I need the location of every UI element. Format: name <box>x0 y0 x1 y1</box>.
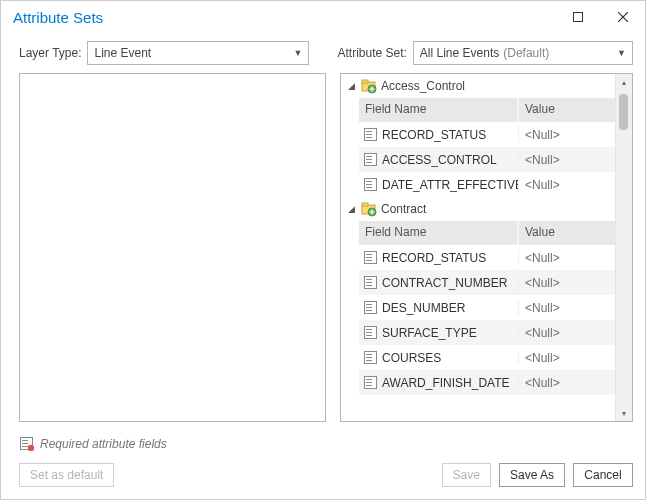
field-value-cell[interactable]: <Null> <box>519 351 615 365</box>
svg-rect-44 <box>366 385 372 386</box>
chevron-down-icon: ▼ <box>617 48 626 58</box>
field-row[interactable]: RECORD_STATUS<Null> <box>359 122 615 147</box>
svg-rect-24 <box>366 260 372 261</box>
svg-rect-34 <box>366 329 372 330</box>
attribute-set-value: All Line Events(Default) <box>420 46 611 60</box>
field-name-cell: COURSES <box>359 350 519 365</box>
svg-rect-46 <box>22 440 28 441</box>
left-panel[interactable] <box>19 73 326 422</box>
chevron-down-icon: ▼ <box>294 48 303 58</box>
svg-rect-16 <box>366 184 372 185</box>
field-value-cell[interactable]: <Null> <box>519 301 615 315</box>
scrollbar[interactable]: ▴ ▾ <box>615 74 632 421</box>
field-icon <box>363 250 378 265</box>
svg-rect-9 <box>366 137 372 138</box>
save-as-button[interactable]: Save As <box>499 463 565 487</box>
field-name-cell: DATE_ATTR_EFFECTIVE <box>359 177 519 192</box>
field-icon <box>363 275 378 290</box>
field-row[interactable]: ACCESS_CONTROL<Null> <box>359 147 615 172</box>
field-value-cell[interactable]: <Null> <box>519 326 615 340</box>
svg-rect-27 <box>366 282 372 283</box>
field-name-cell: AWARD_FINISH_DATE <box>359 375 519 390</box>
cancel-button[interactable]: Cancel <box>573 463 633 487</box>
svg-rect-13 <box>366 162 372 163</box>
svg-rect-36 <box>366 335 372 336</box>
controls-row: Layer Type: Line Event ▼ Attribute Set: … <box>1 33 645 73</box>
column-header-name[interactable]: Field Name <box>359 98 519 122</box>
svg-rect-19 <box>362 203 368 206</box>
svg-rect-23 <box>366 257 372 258</box>
set-as-default-button[interactable]: Set as default <box>19 463 114 487</box>
right-panel: ◢Access_ControlField NameValueRECORD_STA… <box>340 73 633 422</box>
svg-rect-47 <box>22 443 28 444</box>
attribute-set-combo[interactable]: All Line Events(Default) ▼ <box>413 41 633 65</box>
svg-rect-39 <box>366 357 372 358</box>
field-name-cell: SURFACE_TYPE <box>359 325 519 340</box>
scroll-up-icon: ▴ <box>616 74 632 90</box>
svg-rect-26 <box>366 279 372 280</box>
field-row[interactable]: COURSES<Null> <box>359 345 615 370</box>
field-name-text: ACCESS_CONTROL <box>382 153 497 167</box>
field-row[interactable]: AWARD_FINISH_DATE<Null> <box>359 370 615 395</box>
group-label: Access_Control <box>381 79 465 93</box>
save-button[interactable]: Save <box>442 463 491 487</box>
scroll-thumb[interactable] <box>619 94 628 130</box>
window-title: Attribute Sets <box>13 9 103 26</box>
svg-rect-42 <box>366 379 372 380</box>
field-name-cell: DES_NUMBER <box>359 300 519 315</box>
field-value-cell[interactable]: <Null> <box>519 376 615 390</box>
field-name-text: COURSES <box>382 351 441 365</box>
column-header-value[interactable]: Value <box>519 221 615 245</box>
close-icon <box>618 12 628 22</box>
field-name-cell: RECORD_STATUS <box>359 127 519 142</box>
field-row[interactable]: CONTRACT_NUMBER<Null> <box>359 270 615 295</box>
maximize-icon <box>573 12 583 22</box>
layer-type-label: Layer Type: <box>19 46 81 60</box>
field-row[interactable]: DES_NUMBER<Null> <box>359 295 615 320</box>
maximize-button[interactable] <box>555 1 600 33</box>
svg-rect-12 <box>366 159 372 160</box>
field-value-cell[interactable]: <Null> <box>519 153 615 167</box>
expander-icon: ◢ <box>345 204 357 214</box>
svg-rect-38 <box>366 354 372 355</box>
required-field-icon <box>19 436 34 451</box>
column-header-name[interactable]: Field Name <box>359 221 519 245</box>
folder-icon <box>361 201 377 217</box>
field-value-cell[interactable]: <Null> <box>519 178 615 192</box>
column-header-value[interactable]: Value <box>519 98 615 122</box>
field-name-text: DES_NUMBER <box>382 301 465 315</box>
layer-type-value: Line Event <box>94 46 287 60</box>
field-row[interactable]: DATE_ATTR_EFFECTIVE<Null> <box>359 172 615 197</box>
svg-rect-7 <box>366 131 372 132</box>
svg-rect-48 <box>22 446 28 447</box>
group-header[interactable]: ◢Contract <box>341 197 615 221</box>
field-icon <box>363 152 378 167</box>
layer-type-combo[interactable]: Line Event ▼ <box>87 41 309 65</box>
group-header[interactable]: ◢Access_Control <box>341 74 615 98</box>
svg-rect-32 <box>366 310 372 311</box>
field-name-text: DATE_ATTR_EFFECTIVE <box>382 178 519 192</box>
svg-rect-28 <box>366 285 372 286</box>
svg-rect-17 <box>366 187 372 188</box>
expander-icon: ◢ <box>345 81 357 91</box>
field-row[interactable]: SURFACE_TYPE<Null> <box>359 320 615 345</box>
field-icon <box>363 375 378 390</box>
field-name-text: RECORD_STATUS <box>382 128 486 142</box>
field-row[interactable]: RECORD_STATUS<Null> <box>359 245 615 270</box>
svg-rect-8 <box>366 134 372 135</box>
field-header: Field NameValue <box>359 221 615 245</box>
attribute-set-label: Attribute Set: <box>337 46 406 60</box>
footer-hint: Required attribute fields <box>1 430 645 453</box>
field-icon <box>363 177 378 192</box>
svg-rect-35 <box>366 332 372 333</box>
close-button[interactable] <box>600 1 645 33</box>
field-value-cell[interactable]: <Null> <box>519 128 615 142</box>
svg-rect-0 <box>573 13 582 22</box>
svg-rect-31 <box>366 307 372 308</box>
field-icon <box>363 300 378 315</box>
attribute-tree[interactable]: ◢Access_ControlField NameValueRECORD_STA… <box>341 74 615 421</box>
field-value-cell[interactable]: <Null> <box>519 276 615 290</box>
field-value-cell[interactable]: <Null> <box>519 251 615 265</box>
field-icon <box>363 350 378 365</box>
svg-rect-30 <box>366 304 372 305</box>
